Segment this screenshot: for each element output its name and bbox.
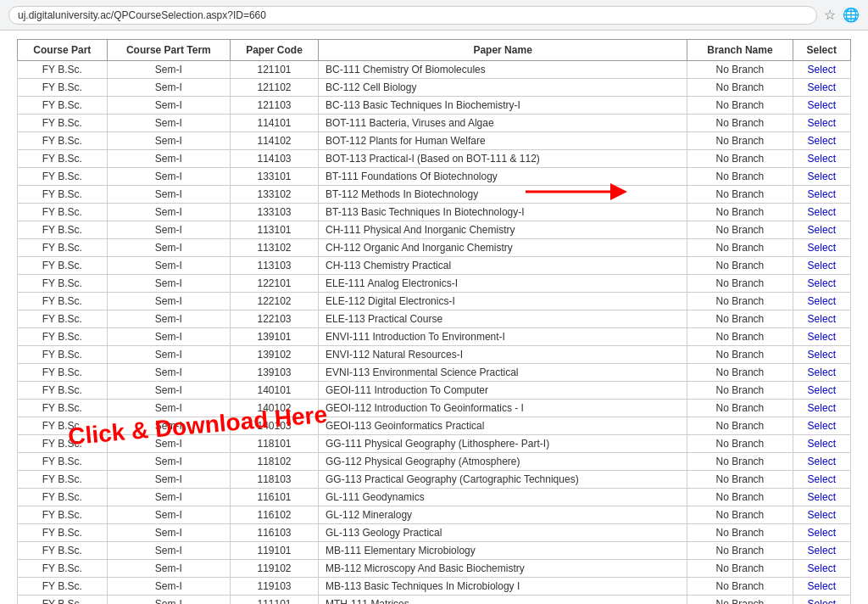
paper-name-cell: GEOI-112 Introduction To Geoinformatics …: [319, 400, 687, 417]
select-link[interactable]: Select: [808, 598, 836, 604]
paper-name-cell: BOT-113 Practical-I (Based on BOT-111 & …: [319, 150, 687, 168]
term-cell: Sem-I: [107, 310, 230, 328]
branch-name-cell: No Branch: [687, 257, 793, 275]
course-part-cell: FY B.Sc.: [18, 328, 108, 346]
course-part-cell: FY B.Sc.: [18, 204, 108, 221]
select-link[interactable]: Select: [808, 509, 836, 521]
course-part-cell: FY B.Sc.: [18, 186, 108, 204]
branch-name-cell: No Branch: [687, 204, 793, 221]
paper-name-cell: GG-112 Physical Geography (Atmosphere): [319, 453, 687, 471]
paper-code-cell: 121101: [230, 61, 318, 79]
select-link[interactable]: Select: [808, 527, 836, 539]
term-cell: Sem-I: [107, 542, 230, 560]
table-row: FY B.Sc.Sem-I122102ELE-112 Digital Elect…: [18, 293, 851, 310]
select-cell: Select: [793, 293, 850, 310]
paper-code-cell: 118101: [230, 435, 318, 453]
paper-name-cell: CH-113 Chemistry Practical: [319, 257, 687, 275]
paper-code-cell: 113102: [230, 239, 318, 257]
paper-name-cell: MB-113 Basic Techniques In Microbiology …: [319, 578, 687, 596]
paper-name-cell: GEOI-113 Geoinformatics Practical: [319, 417, 687, 435]
select-link[interactable]: Select: [808, 456, 836, 467]
select-link[interactable]: Select: [808, 188, 836, 200]
select-link[interactable]: Select: [808, 402, 836, 414]
paper-name-cell: ENVI-112 Natural Resources-I: [319, 346, 687, 364]
select-link[interactable]: Select: [808, 545, 836, 556]
course-part-cell: FY B.Sc.: [18, 257, 108, 275]
table-row: FY B.Sc.Sem-I140101GEOI-111 Introduction…: [18, 382, 851, 400]
term-cell: Sem-I: [107, 115, 230, 132]
select-link[interactable]: Select: [808, 331, 836, 343]
select-cell: Select: [793, 417, 850, 435]
course-part-cell: FY B.Sc.: [18, 506, 108, 524]
paper-code-cell: 113103: [230, 257, 318, 275]
star-icon[interactable]: ☆: [824, 7, 836, 23]
paper-name-cell: MB-111 Elementary Microbiology: [319, 542, 687, 560]
url-bar[interactable]: uj.digitaluniversity.ac/QPCourseSelectio…: [8, 6, 817, 25]
course-part-cell: FY B.Sc.: [18, 560, 108, 578]
select-cell: Select: [793, 115, 850, 132]
branch-name-cell: No Branch: [687, 61, 793, 79]
course-part-cell: FY B.Sc.: [18, 275, 108, 293]
select-link[interactable]: Select: [808, 135, 836, 147]
select-link[interactable]: Select: [808, 580, 836, 592]
branch-name-cell: No Branch: [687, 275, 793, 293]
select-link[interactable]: Select: [808, 384, 836, 396]
table-row: FY B.Sc.Sem-I122101ELE-111 Analog Electr…: [18, 275, 851, 293]
select-cell: Select: [793, 489, 850, 506]
term-cell: Sem-I: [107, 257, 230, 275]
select-cell: Select: [793, 239, 850, 257]
course-part-cell: FY B.Sc.: [18, 310, 108, 328]
select-link[interactable]: Select: [808, 64, 836, 76]
table-row: FY B.Sc.Sem-I140103GEOI-113 Geoinformati…: [18, 417, 851, 435]
select-link[interactable]: Select: [808, 206, 836, 218]
branch-name-cell: No Branch: [687, 489, 793, 506]
course-part-cell: FY B.Sc.: [18, 150, 108, 168]
branch-name-cell: No Branch: [687, 310, 793, 328]
select-link[interactable]: Select: [808, 491, 836, 503]
course-part-cell: FY B.Sc.: [18, 524, 108, 542]
select-link[interactable]: Select: [808, 313, 836, 325]
select-cell: Select: [793, 435, 850, 453]
select-cell: Select: [793, 596, 850, 605]
table-row: FY B.Sc.Sem-I140102GEOI-112 Introduction…: [18, 400, 851, 417]
course-part-cell: FY B.Sc.: [18, 346, 108, 364]
course-part-cell: FY B.Sc.: [18, 221, 108, 239]
paper-name-cell: GL-112 Mineralogy: [319, 506, 687, 524]
paper-name-cell: GL-113 Geology Practical: [319, 524, 687, 542]
table-row: FY B.Sc.Sem-I114103BOT-113 Practical-I (…: [18, 150, 851, 168]
branch-name-cell: No Branch: [687, 382, 793, 400]
paper-name-cell: GL-111 Geodynamics: [319, 489, 687, 506]
select-link[interactable]: Select: [808, 171, 836, 182]
paper-name-cell: BC-113 Basic Techniques In Biochemistry-…: [319, 97, 687, 115]
term-cell: Sem-I: [107, 382, 230, 400]
select-link[interactable]: Select: [808, 562, 836, 574]
select-cell: Select: [793, 524, 850, 542]
select-link[interactable]: Select: [808, 473, 836, 485]
select-link[interactable]: Select: [808, 224, 836, 236]
term-cell: Sem-I: [107, 453, 230, 471]
select-link[interactable]: Select: [808, 260, 836, 271]
course-part-cell: FY B.Sc.: [18, 471, 108, 489]
select-link[interactable]: Select: [808, 438, 836, 450]
select-link[interactable]: Select: [808, 81, 836, 93]
term-cell: Sem-I: [107, 489, 230, 506]
select-cell: Select: [793, 400, 850, 417]
table-row: FY B.Sc.Sem-I133101BT-111 Foundations Of…: [18, 168, 851, 186]
table-row: FY B.Sc.Sem-I114101BOT-111 Bacteria, Vir…: [18, 115, 851, 132]
select-cell: Select: [793, 275, 850, 293]
select-link[interactable]: Select: [808, 153, 836, 165]
select-link[interactable]: Select: [808, 117, 836, 129]
select-link[interactable]: Select: [808, 99, 836, 111]
paper-code-cell: 140102: [230, 400, 318, 417]
branch-name-cell: No Branch: [687, 417, 793, 435]
course-part-cell: FY B.Sc.: [18, 168, 108, 186]
term-cell: Sem-I: [107, 221, 230, 239]
select-link[interactable]: Select: [808, 420, 836, 432]
select-link[interactable]: Select: [808, 277, 836, 289]
select-link[interactable]: Select: [808, 295, 836, 307]
paper-code-cell: 116103: [230, 524, 318, 542]
select-link[interactable]: Select: [808, 349, 836, 361]
select-link[interactable]: Select: [808, 242, 836, 254]
select-cell: Select: [793, 61, 850, 79]
select-link[interactable]: Select: [808, 366, 836, 378]
